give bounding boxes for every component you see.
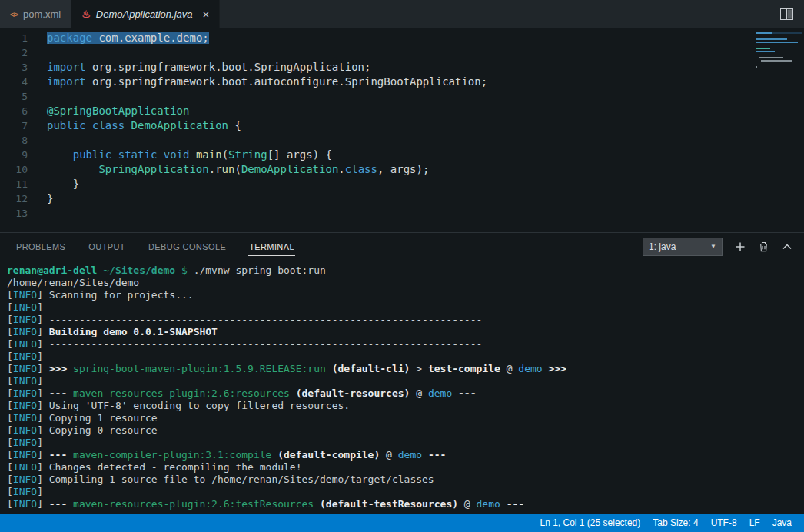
token: run [215, 163, 234, 175]
token: (default-resources) [296, 387, 410, 399]
token: ( [234, 163, 241, 175]
code-editor[interactable]: 1package com.example.demo;23import org.s… [0, 28, 804, 232]
minimap-line [756, 69, 802, 71]
terminal-line: [INFO] --- maven-resources-plugin:2.6:re… [7, 387, 804, 400]
terminal-line: [INFO] [7, 437, 804, 449]
token: INFO [13, 326, 37, 337]
token: ] [37, 449, 49, 461]
token: ] [37, 326, 49, 337]
editor-tab-demoapplication-java[interactable]: ♨DemoApplication.java× [71, 0, 220, 28]
status-end-of-line[interactable]: LF [743, 517, 766, 528]
minimap-line [756, 42, 802, 43]
token: ( [222, 148, 228, 161]
token: [ [7, 326, 13, 337]
token: INFO [13, 375, 37, 387]
maximize-panel-icon[interactable] [781, 241, 793, 253]
token: [ [7, 314, 13, 325]
minimap-line [756, 60, 802, 62]
code-line: 13 [0, 206, 804, 221]
token: } [47, 192, 53, 204]
token: demo [477, 498, 500, 510]
line-number: 8 [0, 133, 28, 148]
token: ] [37, 301, 43, 313]
token: [ [7, 412, 13, 424]
token [157, 148, 163, 161]
panel-actions: 1: java ▼ [643, 238, 793, 256]
editor-tab-bar: </>pom.xml♨DemoApplication.java× [0, 0, 804, 28]
token [47, 148, 73, 161]
token: SpringApplication [98, 163, 208, 175]
line-number: 6 [0, 104, 28, 118]
token: ] [37, 498, 49, 510]
token: [ [7, 387, 13, 399]
token: ] [37, 351, 43, 362]
token: Building demo 0.0.1-SNAPSHOT [49, 326, 218, 337]
minimap-line [756, 51, 802, 52]
tab-label: DemoApplication.java [96, 8, 193, 20]
token: [ [7, 301, 13, 313]
terminal-line: [INFO] ---------------------------------… [7, 314, 804, 326]
terminal-line: [INFO] >>> spring-boot-maven-plugin:1.5.… [7, 363, 804, 375]
status-encoding[interactable]: UTF-8 [705, 517, 743, 528]
terminal-picker[interactable]: 1: java ▼ [643, 238, 723, 256]
panel-header: PROBLEMSOUTPUTDEBUG CONSOLETERMINAL 1: j… [0, 233, 804, 260]
terminal-output[interactable]: renan@adri-dell ~/Sites/demo $ ./mvnw sp… [0, 260, 804, 514]
terminal-line: [INFO] --- maven-resources-plugin:2.6:te… [7, 498, 804, 510]
token: ] Scanning for projects... [37, 289, 194, 301]
kill-terminal-icon[interactable] [758, 241, 769, 253]
token: --- [458, 387, 476, 399]
status-indentation[interactable]: Tab Size: 4 [646, 517, 704, 528]
token: org.springframework.boot.SpringApplicati… [86, 61, 371, 73]
token [422, 449, 428, 461]
token: ./mvnw spring-boot:run [194, 264, 326, 276]
token: String [228, 148, 267, 161]
token: [ [7, 498, 13, 510]
minimap-line [756, 32, 802, 34]
code-text: import org.springframework.boot.autoconf… [47, 75, 487, 89]
minimap-line [756, 54, 802, 55]
line-number: 7 [0, 118, 28, 133]
new-terminal-icon[interactable] [734, 241, 746, 253]
token: demo [428, 387, 452, 399]
token: [ [7, 351, 13, 362]
close-icon[interactable]: × [203, 8, 210, 20]
token: ] [37, 363, 49, 374]
minimap[interactable] [756, 32, 802, 72]
token: class [92, 119, 125, 131]
token: ] Compiling 1 source file to /home/renan… [37, 474, 434, 485]
panel-tab-debug-console[interactable]: DEBUG CONSOLE [148, 237, 227, 256]
token: package [47, 32, 92, 44]
panel-tab-terminal[interactable]: TERMINAL [248, 237, 295, 256]
minimap-line [756, 35, 802, 37]
token: { [228, 119, 241, 131]
token: test-compile [428, 363, 500, 374]
token: [ [7, 486, 13, 497]
editor-tab-pom-xml[interactable]: </>pom.xml [0, 0, 71, 28]
panel-tab-problems[interactable]: PROBLEMS [15, 237, 66, 256]
code-line: 10 SpringApplication.run(DemoApplication… [0, 162, 804, 177]
line-number: 10 [0, 162, 28, 177]
token: ] --------------------------------------… [37, 314, 482, 325]
minimap-line [756, 45, 802, 46]
token: import [47, 75, 86, 88]
token: renan@adri-dell [7, 264, 97, 276]
split-editor-icon[interactable] [780, 8, 793, 20]
terminal-line: [INFO] ---------------------------------… [7, 338, 804, 351]
code-line: 1package com.example.demo; [0, 31, 804, 45]
token: demo [518, 363, 542, 374]
token: /home/renan/Sites/demo [7, 277, 139, 288]
line-number: 1 [0, 31, 28, 45]
status-language-mode[interactable]: Java [766, 517, 798, 528]
status-cursor-position[interactable]: Ln 1, Col 1 (25 selected) [534, 517, 647, 528]
token: --- [49, 387, 73, 399]
minimap-line [756, 57, 802, 58]
token: @SpringBootApplication [47, 105, 189, 117]
minimap-line [756, 48, 802, 49]
token: ] Copying 0 resource [37, 424, 158, 436]
terminal-picker-label: 1: java [649, 241, 676, 252]
panel-tab-output[interactable]: OUTPUT [88, 237, 126, 256]
code-line: 2 [0, 45, 804, 60]
token: com.example.demo; [92, 32, 209, 44]
editor-actions [780, 0, 804, 28]
token: void [164, 148, 190, 161]
